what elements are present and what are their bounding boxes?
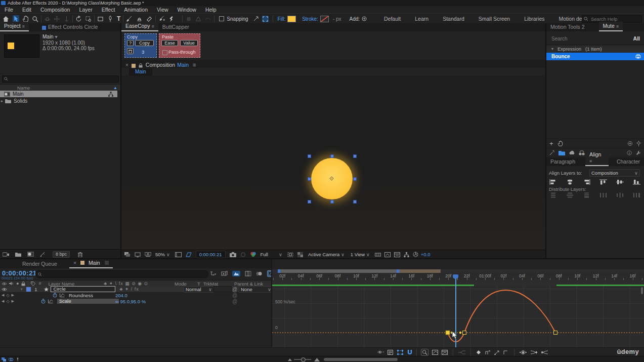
camera-dropdown[interactable]: Active Camera ∨ xyxy=(308,252,345,257)
panel-menu-icon[interactable]: ≡ xyxy=(22,24,25,29)
zoom-tool-icon[interactable] xyxy=(32,16,38,22)
interpret-footage-icon[interactable] xyxy=(3,252,9,257)
selection-handle[interactable] xyxy=(330,200,334,204)
shy-layers-icon[interactable] xyxy=(232,271,240,276)
hand-grab-icon[interactable] xyxy=(557,141,563,146)
binoculars-icon[interactable] xyxy=(579,150,585,155)
tab-align[interactable]: Align ≡ xyxy=(585,150,609,166)
parent-pickwhip-icon[interactable]: @ xyxy=(232,287,237,292)
home-icon[interactable] xyxy=(3,16,9,22)
expression-pickwhip-icon[interactable]: @ xyxy=(232,299,237,304)
panel-menu-chip[interactable] xyxy=(105,261,109,265)
selection-handle[interactable] xyxy=(308,154,311,158)
shape-tool-icon[interactable] xyxy=(97,16,104,22)
transform-box-icon[interactable] xyxy=(397,350,403,355)
timeline-zoom-slider[interactable] xyxy=(294,359,311,360)
hold-keyframe-icon[interactable] xyxy=(485,350,491,355)
frame-blending-icon[interactable] xyxy=(245,271,251,276)
tab-easecopy[interactable]: EaseCopy ≡ xyxy=(121,22,158,31)
trash-icon[interactable] xyxy=(78,252,82,257)
layer-name[interactable]: Circle xyxy=(51,286,115,292)
target-add-icon[interactable] xyxy=(627,141,633,146)
fast-previews-icon[interactable] xyxy=(384,252,391,257)
align-bottom-icon[interactable] xyxy=(633,179,640,185)
add-keyframe-icon[interactable]: ◇ xyxy=(6,293,9,298)
align-right-icon[interactable] xyxy=(583,179,590,185)
snap-frame-icon[interactable] xyxy=(262,16,269,22)
graph-toggle-icon[interactable] xyxy=(60,293,65,297)
adjustment-icon[interactable] xyxy=(40,252,46,257)
property-value[interactable]: ∞ 95.0,95.0 % xyxy=(115,299,146,304)
stopwatch-icon[interactable] xyxy=(41,299,46,304)
mask-visibility-icon[interactable] xyxy=(185,252,192,257)
sort-direction-icon[interactable]: ▲ xyxy=(113,86,117,90)
viewer-subtab-main[interactable]: Main xyxy=(129,68,152,75)
cloud-icon[interactable] xyxy=(569,150,575,155)
align-left-icon[interactable] xyxy=(549,179,557,185)
menu-item[interactable]: Animation xyxy=(119,7,152,13)
new-composition-icon[interactable] xyxy=(27,252,34,257)
transparency-grid-icon[interactable] xyxy=(297,252,303,257)
tab-timeline-main[interactable]: × Main xyxy=(69,259,113,268)
work-area-bar[interactable] xyxy=(278,269,399,273)
menu-item[interactable]: View xyxy=(152,7,173,13)
mode-column-header[interactable]: Mode xyxy=(175,281,187,287)
layer-row-circle[interactable]: ∨ 1 Circle ♣ ✦ / fx Normal∨ @ None∨ xyxy=(0,286,272,292)
panel-menu-icon[interactable]: ≡ xyxy=(616,24,619,29)
pen-tool-icon[interactable] xyxy=(107,16,113,22)
comp-mini-flowchart-icon[interactable] xyxy=(210,271,217,276)
folder-blue-icon[interactable] xyxy=(559,150,565,155)
draft-3d-icon[interactable] xyxy=(221,271,228,276)
label-column-icon[interactable] xyxy=(31,281,35,286)
exposure-value[interactable]: +0.0 xyxy=(421,252,431,257)
toggle-keys-icon[interactable] xyxy=(16,357,20,362)
easecopy-value-button[interactable]: Value xyxy=(180,40,198,46)
property-value[interactable]: 204.0 xyxy=(115,293,127,298)
tab-character[interactable]: Character xyxy=(613,157,644,166)
align-h-center-icon[interactable] xyxy=(566,179,574,185)
viewport[interactable] xyxy=(121,75,545,250)
roto-brush-tool-icon[interactable] xyxy=(158,16,165,22)
distribute-v-center-icon[interactable] xyxy=(566,192,574,198)
tab-effect-controls[interactable]: Effect Controls Circle xyxy=(48,23,102,31)
menu-item[interactable]: Window xyxy=(173,7,201,13)
add-icon[interactable]: + xyxy=(549,140,553,147)
magic-wand-icon[interactable] xyxy=(549,150,555,155)
menu-item[interactable]: Layer xyxy=(74,7,97,13)
align-v-center-icon[interactable] xyxy=(616,179,624,185)
hand-tool-icon[interactable] xyxy=(22,16,29,22)
new-folder-icon[interactable] xyxy=(15,252,21,257)
panel-divider[interactable] xyxy=(545,23,546,258)
selection-handle[interactable] xyxy=(353,154,357,158)
lock-column-icon[interactable] xyxy=(21,281,25,286)
eraser-tool-icon[interactable] xyxy=(146,16,153,22)
view-layout-dropdown[interactable]: 1 View ∨ xyxy=(351,252,370,257)
info-icon[interactable] xyxy=(627,150,632,155)
project-row-main[interactable]: Main xyxy=(0,91,117,97)
mute-all-button[interactable]: All xyxy=(633,35,640,42)
item-caret-icon[interactable]: ▾ xyxy=(55,34,57,39)
add-keyframe-icon[interactable]: ◇ xyxy=(6,299,9,304)
stroke-color-swatch[interactable] xyxy=(320,16,329,22)
next-keyframe-icon[interactable]: ▶ xyxy=(12,293,14,297)
project-search-input[interactable] xyxy=(10,76,118,83)
easecopy-clear-button[interactable] xyxy=(127,48,134,54)
selection-handle[interactable] xyxy=(353,200,357,204)
linear-keyframe-icon[interactable] xyxy=(494,350,500,355)
auto-zoom-graph-icon[interactable] xyxy=(421,349,428,356)
menu-item[interactable]: Effect xyxy=(97,7,120,13)
index-column-header[interactable]: # xyxy=(38,281,41,286)
zoom-slider-knob[interactable] xyxy=(301,357,306,362)
add-keyframe-diamond-icon[interactable] xyxy=(476,350,481,355)
layer-expander-icon[interactable]: ∨ xyxy=(20,287,23,291)
tab-mute[interactable]: Mute ≡ xyxy=(599,22,623,31)
timeline-search[interactable] xyxy=(35,270,208,278)
layer-visibility-icon[interactable] xyxy=(2,288,7,291)
show-channels-icon[interactable] xyxy=(250,252,256,257)
exposure-icon[interactable] xyxy=(413,252,418,257)
puppet-pin-tool-icon[interactable] xyxy=(169,16,175,22)
selection-handle[interactable] xyxy=(308,200,311,204)
easecopy-ease-button[interactable]: Ease xyxy=(161,40,178,46)
timeline-search-input[interactable] xyxy=(44,271,208,277)
property-name[interactable]: Roundness xyxy=(69,293,93,298)
